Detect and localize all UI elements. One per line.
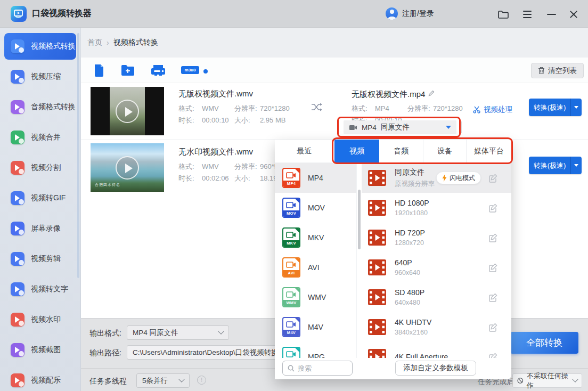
add-file-icon[interactable] xyxy=(93,63,105,77)
add-device-icon[interactable] xyxy=(150,64,166,77)
sidebar-item-video-merge[interactable]: 视频合并 xyxy=(4,124,76,151)
target-format: MP4 xyxy=(362,124,377,132)
minimize-icon[interactable] xyxy=(544,7,558,21)
output-format-label: 输出格式: xyxy=(89,329,121,338)
resolution-item-1080p[interactable]: HD 1080P 1920x1080 xyxy=(362,193,511,223)
after-task-select[interactable]: 不采取任何操作 xyxy=(512,373,582,388)
file-1-output-name: 无版权视频文件.mp4 xyxy=(352,89,435,100)
search-input[interactable] xyxy=(298,364,346,372)
open-folder-icon[interactable] xyxy=(496,7,510,21)
format-list-scrollbar[interactable] xyxy=(358,190,361,249)
convert-button-2[interactable]: 转换(极速) xyxy=(529,157,582,174)
rename-icon[interactable] xyxy=(428,89,435,98)
avi-file-icon: AVI xyxy=(282,257,300,278)
resolution-item-720p[interactable]: HD 720P 1280x720 xyxy=(362,223,511,252)
threads-select[interactable]: 5条并行 xyxy=(136,373,190,388)
clear-list-button[interactable]: 清空列表 xyxy=(531,63,584,78)
sidebar-item-video-split[interactable]: 视频分割 xyxy=(4,154,76,181)
tab-recent[interactable]: 最近 xyxy=(275,140,334,162)
sidebar-item-video-screenshot[interactable]: 视频截图 xyxy=(4,337,76,363)
edit-template-icon[interactable] xyxy=(488,323,497,334)
add-folder-icon[interactable] xyxy=(120,64,135,77)
convert-dropdown-arrow[interactable] xyxy=(570,99,582,116)
add-custom-template-button[interactable]: 添加自定义参数模板 xyxy=(395,361,476,376)
edit-template-icon[interactable] xyxy=(488,293,497,304)
format-value: MP4 xyxy=(375,104,407,112)
dropdown-arrow-icon xyxy=(446,126,451,129)
video-merge-icon xyxy=(11,131,24,144)
video-soundtrack-icon xyxy=(11,373,24,387)
convert-button-1[interactable]: 转换(极速) xyxy=(529,99,582,116)
sidebar-item-audio-format-convert[interactable]: 音频格式转换 xyxy=(4,94,76,120)
format-dropdown-panel: 最近 视频 音频 设备 媒体平台 MP4 MP4 MOV MOV MKV MKV xyxy=(275,140,511,379)
video-to-gif-icon xyxy=(11,191,24,205)
film-icon xyxy=(368,200,386,216)
chevron-down-icon xyxy=(572,376,578,382)
login-button[interactable]: 注册/登录 xyxy=(386,7,434,20)
video-process-link[interactable]: 视频处理 xyxy=(473,105,512,115)
convert-dropdown-arrow[interactable] xyxy=(570,157,582,174)
output-format-global-select[interactable]: MP4 同原文件 xyxy=(127,325,229,340)
format-item-mp4[interactable]: MP4 MP4 xyxy=(275,163,356,193)
breadcrumb-separator: › xyxy=(107,38,109,47)
output-format-select[interactable]: MP4 同原文件 xyxy=(344,120,456,134)
video-edit-icon xyxy=(11,252,24,266)
sidebar-item-label: 视频剪辑 xyxy=(31,254,61,264)
tab-device[interactable]: 设备 xyxy=(423,140,467,162)
edit-template-icon[interactable] xyxy=(488,233,497,245)
format-search[interactable] xyxy=(282,361,353,376)
edit-template-icon[interactable] xyxy=(488,263,497,274)
target-profile: 同原文件 xyxy=(381,123,410,132)
thumbnail-watermark: 合肥因水得名 xyxy=(95,182,120,188)
play-icon[interactable] xyxy=(116,100,139,123)
sidebar-item-video-compress[interactable]: 视频压缩 xyxy=(4,63,76,90)
sidebar-item-video-edit[interactable]: 视频剪辑 xyxy=(4,246,76,272)
info-icon: ! xyxy=(197,376,206,385)
tab-audio[interactable]: 音频 xyxy=(379,140,423,162)
sidebar-item-label: 视频分割 xyxy=(31,163,61,173)
threads-label: 任务多线程 xyxy=(89,377,127,386)
menu-icon[interactable] xyxy=(520,7,534,21)
sidebar-item-video-to-gif[interactable]: 视频转GIF xyxy=(4,185,76,211)
breadcrumb: 首页 › 视频格式转换 xyxy=(81,28,588,58)
resolution-title: SD 480P xyxy=(395,288,424,297)
output-path-label: 输出路径: xyxy=(89,348,121,358)
main-area: 首页 › 视频格式转换 m3u8 清空列表 xyxy=(81,28,588,391)
sidebar-item-label: 视频压缩 xyxy=(31,72,61,82)
format-item-avi[interactable]: AVI AVI xyxy=(275,252,356,282)
resolution-item-480p[interactable]: SD 480P 640x480 xyxy=(362,282,511,312)
film-icon xyxy=(368,259,386,275)
format-item-mkv[interactable]: MKV MKV xyxy=(275,223,356,252)
format-item-mov[interactable]: MOV MOV xyxy=(275,193,356,223)
play-icon[interactable] xyxy=(116,156,139,180)
tab-video[interactable]: 视频 xyxy=(334,140,379,162)
sidebar-scrollbar[interactable] xyxy=(77,33,79,278)
edit-template-icon[interactable] xyxy=(488,203,497,215)
resolution-title: 640P xyxy=(395,258,420,267)
mp4-file-icon: MP4 xyxy=(282,168,300,188)
file-1-thumbnail[interactable] xyxy=(91,87,164,135)
close-icon[interactable] xyxy=(567,7,581,21)
resolution-item-4k-uhdtv[interactable]: 4K UHDTV 3840x2160 xyxy=(362,312,511,342)
sidebar-item-video-soundtrack[interactable]: 视频配乐 xyxy=(4,367,76,391)
resolution-value: 720*1280 xyxy=(260,104,290,112)
breadcrumb-home[interactable]: 首页 xyxy=(87,38,102,47)
edit-template-icon[interactable] xyxy=(488,174,497,185)
file-2-thumbnail[interactable]: 合肥因水得名 xyxy=(91,143,164,192)
sidebar-item-video-watermark[interactable]: 视频水印 xyxy=(4,306,76,333)
format-panel-body: MP4 MP4 MOV MOV MKV MKV AVI AVI WMV WM xyxy=(275,163,511,379)
format-item-wmv[interactable]: WMV WMV xyxy=(275,282,356,312)
sidebar-item-screen-record[interactable]: 屏幕录像 xyxy=(4,215,76,242)
resolution-item-original[interactable]: 同原文件 原视频分辨率 闪电模式 xyxy=(362,163,511,193)
m4v-file-icon: M4V xyxy=(282,317,300,337)
convert-all-button[interactable]: 全部转换 xyxy=(510,332,578,354)
add-m3u8-icon[interactable]: m3u8 xyxy=(181,63,199,77)
resolution-item-640p[interactable]: 640P 960x640 xyxy=(362,252,511,282)
sidebar-item-video-format-convert[interactable]: 视频格式转换 xyxy=(4,33,76,60)
format-item-m4v[interactable]: M4V M4V xyxy=(275,312,356,342)
resolution-title: HD 720P xyxy=(395,229,425,237)
sidebar: 视频格式转换 视频压缩 音频格式转换 视频合并 视频分割 视频转GIF 屏幕录像… xyxy=(0,28,81,391)
duration-label: 时长: xyxy=(178,174,202,183)
tab-media-platform[interactable]: 媒体平台 xyxy=(467,140,511,162)
sidebar-item-video-to-text[interactable]: 视频转文字 xyxy=(4,276,76,303)
